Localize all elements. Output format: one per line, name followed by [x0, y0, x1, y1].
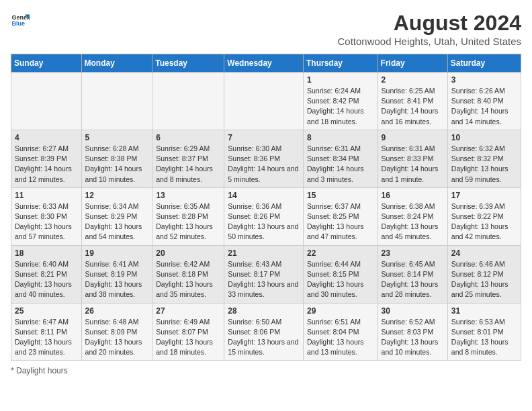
header-day-wednesday: Wednesday: [224, 54, 304, 73]
header-day-friday: Friday: [378, 54, 447, 73]
day-number: 30: [382, 306, 444, 316]
week-row-5: 25Sunrise: 6:47 AMSunset: 8:11 PMDayligh…: [11, 303, 521, 361]
svg-text:Blue: Blue: [11, 20, 25, 27]
calendar-cell: 3Sunrise: 6:26 AMSunset: 8:40 PMDaylight…: [447, 73, 521, 130]
header-day-sunday: Sunday: [11, 54, 82, 73]
day-info: Sunrise: 6:34 AMSunset: 8:29 PMDaylight:…: [85, 201, 149, 242]
header-day-monday: Monday: [81, 54, 152, 73]
header: General Blue August 2024 Cottonwood Heig…: [11, 11, 521, 47]
day-info: Sunrise: 6:40 AMSunset: 8:21 PMDaylight:…: [15, 259, 78, 300]
calendar-cell: 6Sunrise: 6:29 AMSunset: 8:37 PMDaylight…: [152, 130, 224, 187]
header-day-tuesday: Tuesday: [152, 54, 224, 73]
day-number: 16: [382, 191, 444, 200]
day-info: Sunrise: 6:30 AMSunset: 8:36 PMDaylight:…: [228, 144, 300, 185]
day-info: Sunrise: 6:26 AMSunset: 8:40 PMDaylight:…: [451, 86, 517, 127]
day-number: 22: [307, 248, 374, 258]
footer-note: * Daylight hours: [11, 366, 521, 375]
day-info: Sunrise: 6:36 AMSunset: 8:26 PMDaylight:…: [228, 201, 300, 242]
day-number: 27: [156, 306, 220, 316]
calendar-cell: [152, 73, 224, 130]
subtitle: Cottonwood Heights, Utah, United States: [338, 36, 522, 47]
day-info: Sunrise: 6:52 AMSunset: 8:03 PMDaylight:…: [382, 317, 444, 358]
calendar-cell: 2Sunrise: 6:25 AMSunset: 8:41 PMDaylight…: [378, 73, 447, 130]
day-number: 20: [156, 248, 220, 258]
day-number: 1: [307, 75, 374, 85]
day-info: Sunrise: 6:35 AMSunset: 8:28 PMDaylight:…: [156, 201, 220, 242]
day-number: 9: [382, 133, 444, 142]
day-info: Sunrise: 6:41 AMSunset: 8:19 PMDaylight:…: [85, 259, 149, 300]
calendar-cell: 29Sunrise: 6:51 AMSunset: 8:04 PMDayligh…: [303, 303, 378, 361]
day-number: 8: [307, 133, 374, 142]
day-info: Sunrise: 6:24 AMSunset: 8:42 PMDaylight:…: [307, 86, 374, 127]
calendar-cell: 13Sunrise: 6:35 AMSunset: 8:28 PMDayligh…: [152, 187, 224, 245]
day-number: 29: [307, 306, 374, 316]
calendar-cell: 11Sunrise: 6:33 AMSunset: 8:30 PMDayligh…: [11, 187, 82, 245]
logo-icon: General Blue: [11, 11, 30, 30]
week-row-1: 1Sunrise: 6:24 AMSunset: 8:42 PMDaylight…: [11, 73, 521, 130]
day-number: 19: [85, 248, 149, 258]
day-number: 25: [15, 306, 78, 316]
day-number: 31: [451, 306, 517, 316]
title-area: August 2024 Cottonwood Heights, Utah, Un…: [338, 11, 522, 47]
calendar-cell: 22Sunrise: 6:44 AMSunset: 8:15 PMDayligh…: [303, 245, 378, 303]
header-day-saturday: Saturday: [447, 54, 521, 73]
day-info: Sunrise: 6:31 AMSunset: 8:34 PMDaylight:…: [307, 144, 374, 185]
header-row: SundayMondayTuesdayWednesdayThursdayFrid…: [11, 54, 521, 73]
day-info: Sunrise: 6:44 AMSunset: 8:15 PMDaylight:…: [307, 259, 374, 300]
calendar-cell: 9Sunrise: 6:31 AMSunset: 8:33 PMDaylight…: [378, 130, 447, 187]
calendar-cell: 12Sunrise: 6:34 AMSunset: 8:29 PMDayligh…: [81, 187, 152, 245]
day-info: Sunrise: 6:47 AMSunset: 8:11 PMDaylight:…: [15, 317, 78, 358]
day-info: Sunrise: 6:33 AMSunset: 8:30 PMDaylight:…: [15, 201, 78, 242]
calendar-cell: 14Sunrise: 6:36 AMSunset: 8:26 PMDayligh…: [224, 187, 304, 245]
calendar-cell: 15Sunrise: 6:37 AMSunset: 8:25 PMDayligh…: [303, 187, 378, 245]
calendar-cell: 25Sunrise: 6:47 AMSunset: 8:11 PMDayligh…: [11, 303, 82, 361]
day-info: Sunrise: 6:39 AMSunset: 8:22 PMDaylight:…: [451, 201, 517, 242]
calendar-cell: 28Sunrise: 6:50 AMSunset: 8:06 PMDayligh…: [224, 303, 304, 361]
calendar-cell: 1Sunrise: 6:24 AMSunset: 8:42 PMDaylight…: [303, 73, 378, 130]
calendar-cell: 27Sunrise: 6:49 AMSunset: 8:07 PMDayligh…: [152, 303, 224, 361]
day-number: 24: [451, 248, 517, 258]
day-number: 10: [451, 133, 517, 142]
calendar-cell: 31Sunrise: 6:53 AMSunset: 8:01 PMDayligh…: [447, 303, 521, 361]
week-row-2: 4Sunrise: 6:27 AMSunset: 8:39 PMDaylight…: [11, 130, 521, 187]
calendar-cell: 20Sunrise: 6:42 AMSunset: 8:18 PMDayligh…: [152, 245, 224, 303]
calendar-cell: 17Sunrise: 6:39 AMSunset: 8:22 PMDayligh…: [447, 187, 521, 245]
day-number: 26: [85, 306, 149, 316]
day-number: 21: [228, 248, 300, 258]
calendar-cell: [224, 73, 304, 130]
calendar-cell: [11, 73, 82, 130]
day-info: Sunrise: 6:49 AMSunset: 8:07 PMDaylight:…: [156, 317, 220, 358]
week-row-3: 11Sunrise: 6:33 AMSunset: 8:30 PMDayligh…: [11, 187, 521, 245]
week-row-4: 18Sunrise: 6:40 AMSunset: 8:21 PMDayligh…: [11, 245, 521, 303]
day-info: Sunrise: 6:46 AMSunset: 8:12 PMDaylight:…: [451, 259, 517, 300]
calendar-table: SundayMondayTuesdayWednesdayThursdayFrid…: [11, 54, 521, 361]
calendar-cell: 24Sunrise: 6:46 AMSunset: 8:12 PMDayligh…: [447, 245, 521, 303]
day-number: 12: [85, 191, 149, 200]
calendar-cell: 16Sunrise: 6:38 AMSunset: 8:24 PMDayligh…: [378, 187, 447, 245]
day-number: 23: [382, 248, 444, 258]
day-info: Sunrise: 6:29 AMSunset: 8:37 PMDaylight:…: [156, 144, 220, 185]
calendar-cell: 8Sunrise: 6:31 AMSunset: 8:34 PMDaylight…: [303, 130, 378, 187]
day-number: 13: [156, 191, 220, 200]
day-info: Sunrise: 6:28 AMSunset: 8:38 PMDaylight:…: [85, 144, 149, 185]
calendar-cell: 19Sunrise: 6:41 AMSunset: 8:19 PMDayligh…: [81, 245, 152, 303]
day-info: Sunrise: 6:43 AMSunset: 8:17 PMDaylight:…: [228, 259, 300, 300]
day-info: Sunrise: 6:38 AMSunset: 8:24 PMDaylight:…: [382, 201, 444, 242]
day-number: 4: [15, 133, 78, 142]
header-day-thursday: Thursday: [303, 54, 378, 73]
calendar-cell: 23Sunrise: 6:45 AMSunset: 8:14 PMDayligh…: [378, 245, 447, 303]
day-number: 6: [156, 133, 220, 142]
day-info: Sunrise: 6:45 AMSunset: 8:14 PMDaylight:…: [382, 259, 444, 300]
day-info: Sunrise: 6:25 AMSunset: 8:41 PMDaylight:…: [382, 86, 444, 127]
calendar-cell: 18Sunrise: 6:40 AMSunset: 8:21 PMDayligh…: [11, 245, 82, 303]
logo: General Blue: [11, 11, 30, 30]
day-info: Sunrise: 6:50 AMSunset: 8:06 PMDaylight:…: [228, 317, 300, 358]
calendar-cell: 7Sunrise: 6:30 AMSunset: 8:36 PMDaylight…: [224, 130, 304, 187]
day-number: 18: [15, 248, 78, 258]
calendar-cell: 21Sunrise: 6:43 AMSunset: 8:17 PMDayligh…: [224, 245, 304, 303]
footer-text: Daylight hours: [16, 366, 68, 375]
calendar-cell: 26Sunrise: 6:48 AMSunset: 8:09 PMDayligh…: [81, 303, 152, 361]
day-number: 28: [228, 306, 300, 316]
calendar-cell: 4Sunrise: 6:27 AMSunset: 8:39 PMDaylight…: [11, 130, 82, 187]
calendar-cell: 10Sunrise: 6:32 AMSunset: 8:32 PMDayligh…: [447, 130, 521, 187]
